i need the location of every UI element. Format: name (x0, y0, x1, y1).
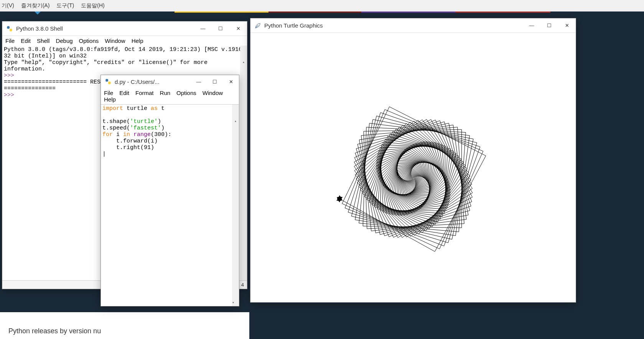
titlebar[interactable]: Python Turtle Graphics — ☐ ✕ (250, 18, 576, 33)
code-text: i (113, 131, 123, 138)
menu-item-tools[interactable]: 도구(T) (56, 2, 74, 9)
code-text: t (158, 105, 165, 112)
window-title: Python Turtle Graphics (264, 22, 523, 29)
scrollbar[interactable]: ▴ ▾ (232, 105, 239, 306)
turtle-graphics-window: Python Turtle Graphics — ☐ ✕ (250, 18, 576, 303)
tab-highlight (361, 11, 455, 13)
scroll-up-icon[interactable]: ▴ (232, 118, 239, 124)
code-text: ) (161, 125, 165, 131)
svg-rect-0 (7, 26, 10, 29)
page-fragment: Python releases by version nu (0, 312, 249, 339)
menu-format[interactable]: Format (135, 90, 154, 96)
menu-options[interactable]: Options (176, 90, 196, 96)
svg-rect-4 (108, 82, 111, 84)
kw-for: for (102, 131, 113, 138)
window-title: d.py - C:/Users/... (115, 79, 191, 85)
shell-line: =============== (4, 85, 56, 92)
scroll-down-icon[interactable]: ▾ (232, 299, 234, 306)
tab-highlight (268, 11, 361, 13)
spiral-drawing (250, 33, 576, 301)
code-text: (300): (151, 131, 171, 138)
menu-shell[interactable]: Shell (37, 38, 49, 44)
menu-debug[interactable]: Debug (56, 38, 72, 44)
shell-menubar: File Edit Shell Debug Options Window Hel… (2, 36, 247, 46)
turtle-canvas (250, 33, 576, 302)
maximize-button[interactable]: ☐ (212, 21, 229, 36)
titlebar[interactable]: d.py - C:/Users/... — ☐ ✕ (101, 75, 239, 88)
scrollbar[interactable]: ▴ (240, 46, 247, 280)
menu-edit[interactable]: Edit (119, 90, 129, 96)
code-text: turtle (123, 105, 151, 112)
scroll-up-icon[interactable]: ▴ (240, 59, 247, 66)
cursor: | (102, 151, 106, 157)
menu-item-help[interactable]: 도움말(H) (81, 2, 104, 9)
menu-item-view[interactable]: 기(V) (2, 2, 14, 9)
kw-import: import (102, 105, 123, 112)
menu-item-favorites[interactable]: 즐겨찾기(A) (21, 2, 50, 9)
active-tab-arrow-icon (35, 11, 41, 15)
menu-edit[interactable]: Edit (21, 38, 31, 44)
shell-line: Python 3.8.0 (tags/v3.8.0:fa919fd, Oct 1… (4, 46, 245, 59)
menu-file[interactable]: File (5, 38, 15, 44)
menu-help[interactable]: Help (132, 38, 143, 44)
menu-window[interactable]: Window (105, 38, 125, 44)
maximize-button[interactable]: ☐ (207, 75, 223, 88)
close-button[interactable]: ✕ (558, 18, 576, 33)
browser-menu-bar: 기(V) 즐겨찾기(A) 도구(T) 도움말(H) (0, 0, 644, 11)
editor-window: d.py - C:/Users/... — ☐ ✕ File Edit Form… (100, 75, 239, 306)
code-editor[interactable]: import turtle as t t.shape('turtle') t.s… (101, 104, 239, 306)
string-literal: 'turtle' (130, 118, 158, 125)
tab-highlight (175, 11, 268, 13)
menu-help[interactable]: Help (104, 96, 116, 103)
close-button[interactable]: ✕ (229, 21, 247, 36)
code-text (130, 131, 133, 138)
kw-as: as (151, 105, 158, 112)
minimize-button[interactable]: — (194, 21, 212, 36)
code-text: t.forward(i) (102, 138, 158, 144)
menu-file[interactable]: File (104, 90, 113, 96)
turtle-cursor-icon (335, 195, 344, 203)
menu-window[interactable]: Window (203, 90, 223, 96)
shell-prompt: >>> (4, 92, 14, 98)
code-text: t.speed( (102, 125, 130, 131)
shell-prompt: >>> (4, 72, 14, 79)
page-text: Python releases by version nu (8, 327, 101, 335)
editor-menubar: File Edit Format Run Options Window Help (101, 88, 239, 104)
minimize-button[interactable]: — (191, 75, 207, 88)
svg-rect-3 (105, 79, 108, 82)
tab-highlight (455, 11, 550, 13)
code-text: t.shape( (102, 118, 130, 125)
titlebar[interactable]: Python 3.8.0 Shell — ☐ ✕ (2, 21, 247, 36)
feather-icon (254, 22, 261, 29)
close-button[interactable]: ✕ (223, 75, 239, 88)
maximize-button[interactable]: ☐ (540, 18, 558, 33)
menu-run[interactable]: Run (160, 90, 171, 96)
minimize-button[interactable]: — (523, 18, 540, 33)
kw-in: in (123, 131, 130, 138)
menu-options[interactable]: Options (79, 38, 99, 44)
code-text: t.right(91) (102, 144, 154, 151)
window-title: Python 3.8.0 Shell (16, 25, 194, 32)
string-literal: 'fastest' (130, 125, 161, 131)
shell-line: ======================== RESTA (4, 79, 107, 85)
svg-rect-1 (10, 29, 12, 31)
python-icon (6, 25, 13, 32)
builtin-range: range (133, 131, 151, 138)
code-text: ) (158, 118, 161, 125)
python-icon (105, 78, 112, 85)
shell-line: Type "help", "copyright", "credits" or "… (4, 59, 211, 72)
